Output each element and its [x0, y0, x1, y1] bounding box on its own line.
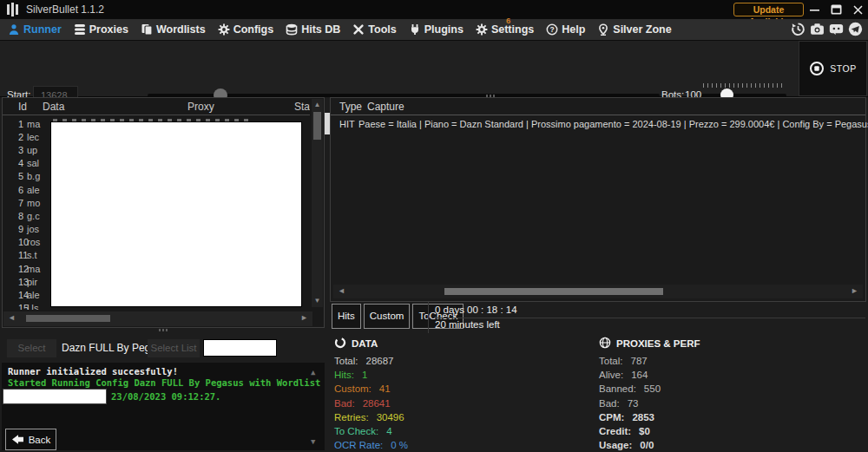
timer-block: 0 days 00 : 18 : 14 20 minutes left: [428, 302, 866, 333]
capture-row[interactable]: HIT Paese = Italia | Piano = Dazn Standa…: [331, 117, 865, 130]
menu-item-tools[interactable]: Tools: [352, 23, 396, 36]
select-cfg-button[interactable]: Select CFG: [7, 339, 56, 357]
discord-icon[interactable]: [829, 22, 844, 40]
maximize-icon: [831, 4, 842, 15]
menu-label: Tools: [368, 23, 396, 36]
scroll-down-icon: ▼: [312, 297, 323, 305]
menu-label: Hits DB: [301, 23, 340, 36]
camera-icon[interactable]: [810, 22, 825, 40]
history-icon[interactable]: [791, 22, 806, 40]
scroll-left-icon: ◄: [338, 286, 345, 295]
select-list-button[interactable]: Select List: [148, 339, 200, 357]
scroll-left-icon: ◄: [8, 313, 16, 322]
menu-item-help[interactable]: ? Help: [546, 23, 585, 36]
results-table: Id Data Proxy Status 1 ma 2 lec 3 up: [2, 97, 325, 328]
silverbullet-window: SilverBullet 1.1.2 Update Available Runn…: [0, 0, 868, 452]
scrollbar-thumb[interactable]: [313, 112, 321, 140]
column-id: Id: [18, 101, 27, 113]
stat-row: Total: 28687: [334, 356, 408, 370]
menu-item-hits-db[interactable]: Hits DB: [286, 23, 340, 36]
wordlist-input[interactable]: [203, 339, 277, 357]
capture-panel-header: Type Capture: [331, 98, 865, 115]
elapsed-time: 0 days 00 : 18 : 14: [435, 305, 865, 318]
back-button[interactable]: Back: [5, 429, 56, 450]
menu-item-wordlists[interactable]: Wordlists: [141, 23, 206, 36]
close-button[interactable]: [849, 0, 866, 19]
stat-row: Alive: 164: [599, 370, 700, 383]
redaction-overlay: [50, 121, 302, 307]
stat-row: Bad: 28641: [334, 398, 408, 412]
splitter-handle[interactable]: [159, 329, 169, 331]
scrollbar-thumb[interactable]: [26, 315, 110, 322]
menu-item-runner[interactable]: Runner: [8, 23, 62, 36]
runner-icon: [8, 23, 20, 36]
data-stat-rows: Total: 28687 Hits: 1 Custom: 41 Bad: 286…: [334, 356, 408, 452]
stat-row: Total: 787: [599, 356, 700, 370]
svg-text:?: ?: [550, 25, 555, 34]
tools-icon: [352, 23, 365, 36]
tab[interactable]: Hits: [332, 304, 361, 329]
minimize-icon: [810, 5, 819, 15]
proxies-stats: PROXIES & PERF Total: 787 Alive: 164 Ban…: [599, 337, 700, 452]
tab[interactable]: Custom: [364, 304, 411, 329]
telegram-icon[interactable]: [848, 22, 863, 40]
scroll-down-icon[interactable]: ▼: [311, 437, 315, 446]
close-icon: [853, 5, 863, 15]
bots-slider-ticks: [703, 83, 786, 88]
globe-icon: [599, 337, 611, 350]
stat-row: CPM: 2853: [599, 412, 700, 426]
capture-horizontal-scrollbar[interactable]: ◄ ►: [333, 285, 863, 298]
stat-row: Retries: 30496: [334, 412, 408, 426]
gear-icon: [476, 23, 488, 36]
data-stats: DATA Total: 28687 Hits: 1 Custom: 41: [334, 337, 408, 452]
back-arrow-icon: [11, 434, 24, 445]
stat-row: Hits: 1: [334, 370, 408, 383]
column-status: Status: [294, 101, 310, 113]
data-ring-icon: [334, 337, 346, 350]
proxy-stat-rows: Total: 787 Alive: 164 Banned: 550 Bad: 7…: [599, 356, 700, 452]
log-line: Started Running Config Dazn FULL By Pega…: [8, 377, 320, 388]
redaction-overlay: [3, 389, 107, 404]
silver-zone-badge: 6: [506, 16, 510, 25]
plug-icon: [409, 23, 421, 36]
menu-item-configs[interactable]: Configs: [218, 23, 274, 36]
log-line: Runner initialized succesfully!: [8, 366, 178, 377]
runner-controls: Start: Bots: 100 Prog: 42314 / 101002 (4…: [0, 41, 868, 97]
menu-item-plugins[interactable]: Plugins: [409, 23, 464, 36]
window-title: SilverBullet 1.1.2: [26, 3, 104, 16]
stats-title: PROXIES & PERF: [616, 338, 700, 349]
table-vertical-scrollbar[interactable]: ▲ ▼: [312, 99, 323, 307]
scrollbar-thumb[interactable]: [444, 288, 663, 295]
app-logo-icon: [7, 3, 18, 16]
column-capture: Capture: [367, 101, 404, 113]
scroll-right-icon: ►: [851, 286, 858, 295]
minimize-button[interactable]: [806, 0, 823, 19]
scroll-up-icon: ▲: [312, 101, 323, 108]
question-circle-icon: ?: [546, 23, 558, 36]
stat-row: Credit: $0: [599, 426, 700, 440]
stat-row: Bad: 73: [599, 398, 700, 412]
scroll-up-icon[interactable]: ▲: [311, 368, 315, 377]
database-icon: [286, 23, 298, 36]
menu-label: Plugins: [424, 23, 464, 36]
menu-label: Silver Zone: [613, 23, 671, 36]
menu-item-settings[interactable]: Settings: [476, 23, 534, 36]
stat-row: To Check: 4: [334, 426, 408, 440]
capture-panel: Type Capture HIT Paese = Italia | Piano …: [330, 97, 866, 302]
stat-row: OCR Rate: 0 %: [334, 440, 408, 452]
title-bar: SilverBullet 1.1.2 Update Available: [0, 0, 868, 19]
menu-item-silver-zone[interactable]: Silver Zone: [597, 23, 671, 36]
menu-item-proxies[interactable]: Proxies: [74, 23, 128, 36]
stop-button[interactable]: STOP: [799, 41, 867, 96]
table-horizontal-scrollbar[interactable]: ◄ ►: [3, 311, 312, 326]
stat-row: Custom: 41: [334, 383, 408, 397]
maximize-button[interactable]: [827, 0, 845, 19]
capture-rows: HIT Paese = Italia | Piano = Dazn Standa…: [331, 117, 865, 130]
results-tabs-row: Hits Custom ToCheck 0 days 00 : 18 : 14 …: [330, 302, 866, 333]
time-remaining: 20 minutes left: [435, 319, 500, 330]
menu-label: Help: [562, 23, 585, 36]
column-data: Data: [43, 101, 64, 113]
stat-row: Usage: 0/0: [599, 440, 700, 452]
update-available-button[interactable]: Update Available: [733, 3, 804, 16]
proxies-icon: [74, 23, 86, 36]
